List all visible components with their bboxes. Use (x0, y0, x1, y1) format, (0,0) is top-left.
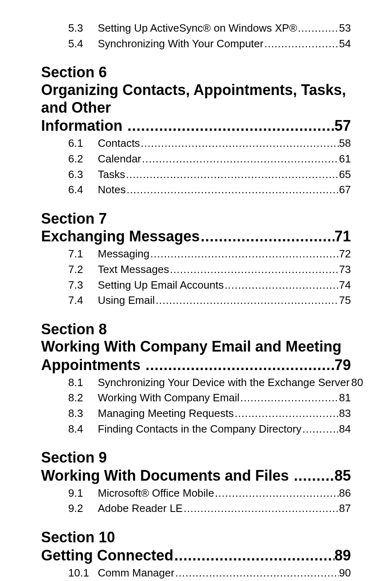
section-heading: Section 8 (41, 321, 351, 338)
toc-sub-list: 7.1Messaging............................… (41, 246, 351, 308)
dot-leader: ........................................… (214, 486, 339, 501)
toc-sub-page: 72 (339, 246, 351, 262)
section-title-page: 85 (334, 466, 351, 485)
toc-sub-number: 6.2 (68, 151, 98, 167)
toc-sub-page: 84 (339, 421, 351, 437)
toc-sub-label: Comm Manager (98, 565, 174, 581)
toc-sub-number: 8.2 (68, 390, 98, 406)
section-title-label: Exchanging Messages (41, 227, 200, 245)
toc-sub-number: 8.4 (68, 421, 98, 437)
section-heading: Section 10 (41, 529, 351, 546)
dot-leader: ........................................… (150, 246, 339, 262)
section-heading: Section 9 (41, 449, 351, 466)
toc-sub-label: Managing Meeting Requests (98, 406, 234, 421)
section-title-label: Information (41, 116, 127, 135)
toc-sub-page: 74 (339, 278, 351, 293)
dot-leader: ........................................… (127, 116, 334, 135)
toc-sub-entry: 9.1Microsoft® Office Mobile.............… (41, 486, 351, 501)
toc-sub-label: Adobe Reader LE (98, 501, 183, 516)
toc-sub-entry: 7.2Text Messages........................… (41, 262, 351, 278)
toc-sub-label: Contacts (98, 136, 140, 151)
toc-sub-list: 5.3Setting Up ActiveSync® on Windows XP®… (41, 21, 351, 51)
toc-sub-entry: 7.1Messaging............................… (41, 246, 351, 262)
section-title-page: 57 (334, 116, 351, 135)
section-title-page: 71 (334, 227, 351, 245)
toc-sub-label: Using Email (98, 293, 155, 308)
toc-sub-label: Synchronizing Your Device with the Excha… (98, 375, 350, 391)
section-title-entry: Exchanging Messages.....................… (41, 227, 351, 245)
toc-sub-label: Finding Contacts in the Company Director… (98, 421, 302, 437)
toc-sub-number: 9.1 (68, 486, 98, 501)
toc-sub-page: 54 (339, 36, 351, 52)
dot-leader: ........................................… (140, 136, 339, 151)
toc-sub-page: 67 (339, 182, 351, 198)
section-title-label: Getting Connected (41, 546, 173, 565)
toc-sub-number: 5.4 (68, 36, 98, 52)
toc-sub-entry: 6.1Contacts.............................… (41, 136, 351, 151)
dot-leader: ........................................… (263, 36, 339, 52)
toc-sub-entry: 6.4Notes................................… (41, 182, 351, 198)
toc-sub-page: 73 (339, 262, 351, 278)
toc-sub-list: 9.1Microsoft® Office Mobile.............… (41, 486, 351, 516)
toc-sub-page: 53 (339, 21, 351, 36)
toc-sub-label: Messaging (98, 246, 150, 262)
toc-sub-number: 7.2 (68, 262, 98, 278)
toc-sub-page: 81 (339, 390, 351, 406)
toc-sub-page: 61 (339, 151, 351, 167)
toc-sub-number: 5.3 (68, 21, 98, 36)
dot-leader: ........................................… (234, 406, 339, 421)
dot-leader: ........................................… (302, 421, 339, 437)
toc-sub-number: 7.4 (68, 293, 98, 308)
toc-sub-page: 65 (339, 167, 351, 183)
dot-leader: ........................................… (293, 466, 334, 485)
dot-leader: ........................................… (155, 293, 339, 308)
dot-leader: ........................................… (174, 565, 339, 581)
toc-sub-page: 90 (339, 565, 351, 581)
dot-leader: ........................................… (297, 21, 339, 36)
section-title-page: 79 (334, 356, 351, 374)
dot-leader: ........................................… (141, 151, 339, 167)
toc-sub-entry: 8.2Working With Company Email...........… (41, 390, 351, 406)
toc-sub-entry: 10.1Comm Manager........................… (41, 565, 351, 581)
dot-leader: ........................................… (240, 390, 339, 406)
toc-sub-number: 7.1 (68, 246, 98, 262)
toc-sub-label: Setting Up Email Accounts (98, 278, 224, 293)
toc-sub-list: 10.1Comm Manager........................… (41, 565, 351, 581)
toc-sub-page: 86 (339, 486, 351, 501)
section-heading: Section 7 (41, 210, 351, 227)
section-title-entry: Getting Connected.......................… (41, 546, 351, 565)
toc-sub-list: 6.1Contacts.............................… (41, 136, 351, 198)
section-title-label: Appointments (41, 356, 145, 374)
toc-sub-entry: 9.2Adobe Reader LE......................… (41, 501, 351, 516)
toc-sub-label: Notes (98, 182, 126, 198)
toc-sub-entry: 8.4Finding Contacts in the Company Direc… (41, 421, 351, 437)
toc-sub-number: 8.3 (68, 406, 98, 421)
dot-leader: ........................................… (173, 546, 334, 565)
toc-sub-number: 7.3 (68, 278, 98, 293)
section-title-entry: Working With Documents and Files .......… (41, 466, 351, 485)
toc-sub-entry: 6.3Tasks................................… (41, 167, 351, 183)
section-title-line: Working With Company Email and Meeting (41, 338, 351, 355)
toc-sub-page: 58 (339, 136, 351, 151)
toc-sub-label: Synchronizing With Your Computer (98, 36, 263, 52)
toc-sub-number: 6.4 (68, 182, 98, 198)
toc-sub-entry: 7.3Setting Up Email Accounts............… (41, 278, 351, 293)
toc-sub-number: 8.1 (68, 375, 98, 391)
toc-sub-page: 75 (339, 293, 351, 308)
toc-sub-label: Tasks (98, 167, 125, 183)
toc-sub-number: 9.2 (68, 501, 98, 516)
toc-sub-label: Working With Company Email (98, 390, 240, 406)
section-title-label: Working With Documents and Files (41, 466, 293, 485)
section-title-entry: Information ............................… (41, 116, 351, 135)
dot-leader: ........................................… (126, 182, 339, 198)
toc-sub-number: 6.1 (68, 136, 98, 151)
section-heading: Section 6 (41, 64, 351, 81)
toc-sub-label: Setting Up ActiveSync® on Windows XP® (98, 21, 297, 36)
toc-sub-label: Calendar (98, 151, 141, 167)
toc-sub-entry: 7.4Using Email..........................… (41, 293, 351, 308)
toc-sub-page: 87 (339, 501, 351, 516)
toc-sub-entry: 5.4Synchronizing With Your Computer.....… (41, 36, 351, 52)
section-title-entry: Appointments ...........................… (41, 356, 351, 374)
dot-leader: ........................................… (224, 278, 339, 293)
dot-leader: ........................................… (125, 167, 339, 183)
